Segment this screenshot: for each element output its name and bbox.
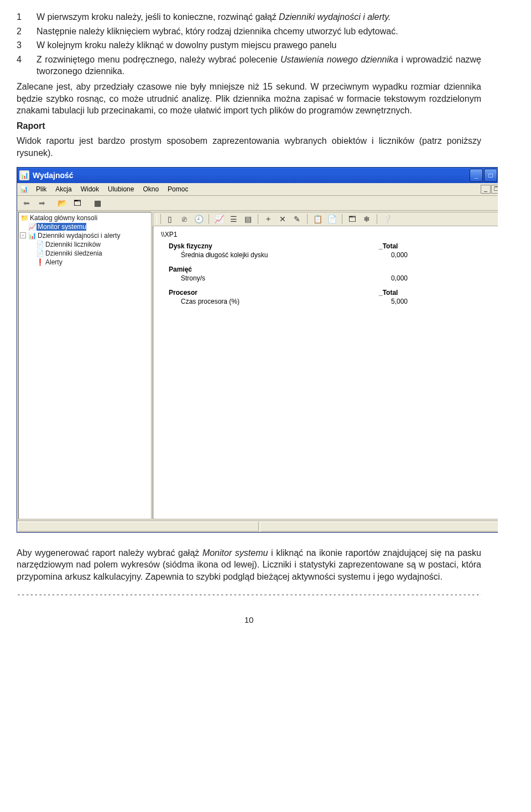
paste-icon[interactable]: 📄 — [326, 214, 337, 225]
nav-properties-icon[interactable]: 🗔 — [70, 196, 85, 210]
alert-icon: ❗ — [35, 258, 44, 266]
tree-label: Alerty — [44, 258, 63, 266]
para3-italic: Monitor systemu — [202, 548, 268, 558]
step-text: W pierwszym kroku należy, jeśli to konie… — [37, 11, 481, 23]
group-instance: _Total — [379, 242, 423, 250]
step-1: 1 W pierwszym kroku należy, jeśli to kon… — [17, 11, 481, 23]
nav-forward[interactable]: ➡ — [35, 196, 49, 210]
xp-window: 📊 Wydajność _ □ × 📊 Plik Akcja Widok Ulu… — [17, 167, 498, 533]
step-num: 2 — [17, 25, 37, 38]
tree-pane[interactable]: 📁 Katalog główny konsoli 📈 Monitor syste… — [18, 212, 152, 519]
chart-view-icon[interactable]: 📈 — [214, 214, 225, 225]
help-icon[interactable]: ❔ — [382, 214, 393, 225]
step-text-a: Z rozwiniętego menu podręcznego, należy … — [37, 55, 280, 64]
tree-counter-logs[interactable]: 📄 Dzienniki liczników — [20, 240, 150, 249]
tree-monitor-systemu[interactable]: 📈 Monitor systemu — [20, 222, 150, 231]
body-split: 📁 Katalog główny konsoli 📈 Monitor syste… — [17, 211, 498, 520]
metric-value: 5,000 — [391, 298, 435, 305]
status-bar — [17, 520, 498, 532]
menu-widok[interactable]: Widok — [76, 184, 103, 194]
view-current-icon[interactable]: 🕘 — [193, 214, 204, 225]
maximize-button[interactable]: □ — [484, 169, 497, 182]
mdi-controls: _ ❐ × — [480, 185, 498, 194]
nav-view-icon[interactable]: ▦ — [90, 196, 105, 210]
tree-label: Dzienniki śledzenia — [44, 249, 102, 257]
separator-dashes: ----------------------------------------… — [17, 590, 481, 598]
menu-plik[interactable]: Plik — [32, 184, 51, 194]
clear-icon[interactable]: ⎚ — [179, 214, 190, 225]
window-title: Wydajność — [33, 171, 74, 180]
group-title: Procesor — [161, 289, 379, 296]
group-instance: _Total — [379, 289, 423, 296]
metric-value: 0,000 — [391, 251, 435, 259]
step-text-a: W pierwszym kroku należy, jeśli to konie… — [37, 12, 279, 22]
heading-raport: Raport — [17, 120, 481, 132]
tree-root[interactable]: 📁 Katalog główny konsoli — [20, 214, 150, 222]
nav-back[interactable]: ⬅ — [19, 196, 34, 210]
menu-akcja[interactable]: Akcja — [51, 184, 76, 194]
right-pane: ▯ ⎚ 🕘 📈 ☰ ▤ ＋ ✕ ✎ 📋 📄 🗔 ❄ — [153, 212, 498, 519]
report-toolbar: ▯ ⎚ 🕘 📈 ☰ ▤ ＋ ✕ ✎ 📋 📄 🗔 ❄ — [153, 212, 498, 226]
step-text-italic: Ustawienia nowego dziennika — [280, 55, 398, 64]
step-text-italic: Dzienniki wydajności i alerty. — [279, 12, 391, 22]
add-counter-icon[interactable]: ＋ — [263, 214, 274, 225]
title-bar[interactable]: 📊 Wydajność _ □ × — [17, 168, 498, 183]
status-cell — [260, 522, 498, 532]
menu-okno[interactable]: Okno — [138, 184, 163, 194]
menu-pomoc[interactable]: Pomoc — [163, 184, 192, 194]
trace-log-icon: 📄 — [35, 249, 44, 257]
paragraph-raport: Widok raportu jest bardzo prostym sposob… — [17, 135, 481, 159]
collapse-icon[interactable]: - — [20, 232, 26, 238]
nav-toolbar: ⬅ ➡ 📂 🗔 ▦ — [17, 196, 498, 211]
nav-up-icon[interactable]: 📂 — [55, 196, 69, 210]
folder-icon: 📁 — [20, 214, 29, 222]
step-2: 2 Następnie należy kliknięciem wybrać, k… — [17, 25, 481, 38]
counter-log-icon: 📄 — [35, 241, 44, 248]
menu-ulubione[interactable]: Ulubione — [103, 184, 138, 194]
logs-icon: 📊 — [28, 232, 37, 240]
metric-name: Czas procesora (%) — [161, 298, 391, 305]
freeze-icon[interactable]: ❄ — [361, 214, 372, 225]
report-area: \\XP1 Dysk fizyczny _Total Średnia długo… — [153, 226, 498, 519]
report-view-icon[interactable]: ▤ — [242, 214, 253, 225]
mdi-minimize[interactable]: _ — [481, 185, 491, 194]
report-group-cpu: Procesor _Total Czas procesora (%) 5,000 — [161, 288, 498, 306]
metric-name: Średnia długość kolejki dysku — [161, 251, 391, 259]
tree-label: Dzienniki wydajności i alerty — [37, 232, 120, 240]
step-text: Z rozwiniętego menu podręcznego, należy … — [37, 54, 481, 77]
step-text: Następnie należy kliknięciem wybrać, któ… — [37, 25, 481, 38]
step-4: 4 Z rozwiniętego menu podręcznego, należ… — [17, 54, 481, 77]
step-num: 3 — [17, 39, 37, 51]
mdi-restore[interactable]: ❐ — [491, 185, 498, 194]
page-number: 10 — [17, 615, 481, 624]
delete-counter-icon[interactable]: ✕ — [277, 214, 288, 225]
tree-label: Katalog główny konsoli — [29, 214, 97, 222]
paragraph-generate: Aby wygenerować raport należy wybrać gał… — [17, 547, 481, 583]
app-icon: 📊 — [19, 170, 29, 180]
group-title: Pamięć — [161, 266, 379, 273]
toolbar-grip — [157, 214, 161, 224]
menu-bar: 📊 Plik Akcja Widok Ulubione Okno Pomoc _… — [17, 183, 498, 196]
tree-logs-branch[interactable]: - 📊 Dzienniki wydajności i alerty — [20, 231, 150, 240]
tree-alerts[interactable]: ❗ Alerty — [20, 258, 150, 267]
metric-name: Strony/s — [161, 274, 391, 282]
metric-value: 0,000 — [391, 274, 435, 282]
highlight-icon[interactable]: ✎ — [291, 214, 303, 225]
minimize-button[interactable]: _ — [470, 169, 483, 182]
tree-trace-logs[interactable]: 📄 Dzienniki śledzenia — [20, 249, 150, 258]
monitor-icon: 📈 — [28, 223, 37, 231]
status-cell — [18, 522, 259, 532]
paragraph-recommendation: Zalecane jest, aby przedziały czasowe ni… — [17, 81, 481, 117]
copy-icon[interactable]: 📋 — [312, 214, 323, 225]
report-group-disk: Dysk fizyczny _Total Średnia długość kol… — [161, 242, 498, 259]
step-text: W kolejnym kroku należy kliknąć w dowoln… — [37, 39, 481, 51]
tree-label: Dzienniki liczników — [44, 241, 101, 248]
report-host: \\XP1 — [161, 231, 498, 238]
step-3: 3 W kolejnym kroku należy kliknąć w dowo… — [17, 39, 481, 51]
screenshot-performance-window: 📊 Wydajność _ □ × 📊 Plik Akcja Widok Ulu… — [17, 167, 498, 533]
properties-icon[interactable]: 🗔 — [347, 214, 358, 225]
report-group-memory: Pamięć Strony/s 0,000 — [161, 265, 498, 283]
new-counter-set-icon[interactable]: ▯ — [164, 214, 175, 225]
step-num: 4 — [17, 54, 37, 77]
histogram-view-icon[interactable]: ☰ — [228, 214, 239, 225]
